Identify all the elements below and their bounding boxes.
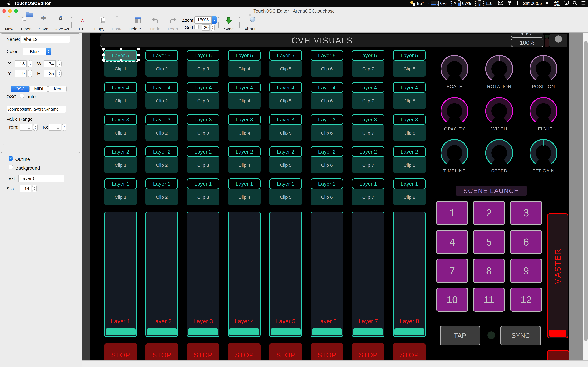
clip-button[interactable]: Clip 6 (311, 61, 343, 77)
stop-button-2[interactable]: STOP (146, 343, 178, 360)
scene-button-10[interactable]: 10 (436, 288, 468, 312)
knob-position[interactable] (529, 54, 558, 83)
clip-button[interactable]: Clip 8 (393, 189, 426, 205)
led-circle[interactable] (555, 35, 562, 42)
save-icon[interactable] (43, 17, 44, 20)
clip-button[interactable]: Clip 3 (187, 157, 219, 173)
layer-label-button[interactable]: Layer 4 (187, 82, 219, 93)
layer-label-button[interactable]: Layer 3 (393, 114, 426, 125)
w-stepper[interactable] (57, 60, 61, 67)
copy-button[interactable]: Copy (94, 27, 104, 32)
layer-label-button[interactable]: Layer 5 (393, 50, 426, 61)
layer-fader-2[interactable]: Layer 2 (146, 212, 178, 337)
spotlight-icon[interactable] (573, 1, 577, 6)
layer-label-button[interactable]: Layer 3 (146, 114, 178, 125)
vertical-scrollbar[interactable] (583, 33, 588, 360)
knob-fft-gain[interactable] (529, 138, 558, 167)
scene-button-7[interactable]: 7 (436, 259, 468, 283)
layer-label-button[interactable]: Layer 4 (228, 82, 261, 93)
stop-button-3[interactable]: STOP (187, 343, 219, 360)
knob-speed[interactable] (485, 138, 514, 167)
trackpad-icon[interactable] (498, 1, 503, 6)
clip-button[interactable]: Clip 7 (352, 61, 384, 77)
cut-icon[interactable]: ✂ (79, 16, 85, 23)
layer-label-button[interactable]: Layer 3 (269, 114, 302, 125)
layer-fader-6[interactable]: Layer 6 (311, 212, 343, 337)
layer-label-button[interactable]: Layer 5 (146, 50, 178, 61)
layer-label-button[interactable]: Layer 3 (311, 114, 343, 125)
layer-label-button[interactable]: Layer 2 (269, 146, 302, 157)
layer-label-button[interactable]: Layer 1 (311, 178, 343, 189)
size-stepper[interactable] (32, 185, 37, 192)
stop-button-4[interactable]: STOP (228, 343, 261, 360)
to-stepper[interactable] (62, 124, 67, 131)
layer-fader-5[interactable]: Layer 5 (269, 212, 302, 337)
y-stepper[interactable] (28, 70, 33, 77)
layer-label-button[interactable]: Layer 4 (311, 82, 343, 93)
clip-button[interactable]: Clip 5 (269, 125, 302, 141)
layer-label-button[interactable]: Layer 1 (104, 178, 137, 189)
layer-label-button[interactable]: Layer 3 (352, 114, 384, 125)
clip-button[interactable]: Clip 4 (228, 157, 261, 173)
cut-button[interactable]: Cut (79, 27, 86, 32)
layout-title-label[interactable]: CVH VISUALS (100, 34, 544, 47)
delete-button[interactable]: Delete (129, 27, 141, 32)
clip-button[interactable]: Clip 6 (311, 157, 343, 173)
h-field[interactable]: 25 (44, 70, 56, 77)
clip-button[interactable]: Clip 8 (393, 61, 426, 77)
outline-checkbox[interactable] (9, 156, 13, 161)
layer-label-button[interactable]: Layer 3 (187, 114, 219, 125)
y-field[interactable]: 9 (15, 70, 27, 77)
clip-button[interactable]: Clip 4 (228, 125, 261, 141)
gpu-item[interactable]: GPUA67% (450, 0, 471, 6)
list-icon[interactable] (581, 1, 586, 6)
clip-button[interactable]: Clip 7 (352, 157, 384, 173)
selection-handle[interactable] (103, 48, 105, 50)
layer-label-button[interactable]: Layer 2 (393, 146, 426, 157)
stop-button-8[interactable]: STOP (393, 343, 426, 360)
scene-button-2[interactable]: 2 (473, 201, 505, 225)
layer-label-button[interactable]: Layer 3 (228, 114, 261, 125)
h-stepper[interactable] (57, 70, 61, 77)
volume-icon[interactable] (545, 1, 550, 6)
size-field[interactable]: 14 (20, 185, 31, 192)
clip-button[interactable]: Clip 7 (352, 125, 384, 141)
knob-height[interactable] (529, 97, 558, 125)
layer-label-button[interactable]: Layer 1 (187, 178, 219, 189)
selection-handle[interactable] (137, 54, 140, 56)
clip-button[interactable]: Clip 5 (269, 93, 302, 109)
blackout-button[interactable]: BLACK (547, 350, 569, 360)
tap-button[interactable]: TAP (440, 326, 480, 345)
vertical-scrollbar-thumb[interactable] (584, 41, 588, 341)
clip-button[interactable]: Clip 3 (187, 125, 219, 141)
sync-icon[interactable] (225, 17, 232, 25)
clip-button[interactable]: Clip 3 (187, 93, 219, 109)
clip-button[interactable]: Clip 6 (311, 93, 343, 109)
scene-button-5[interactable]: 5 (473, 230, 505, 254)
layer-label-button[interactable]: Layer 1 (228, 178, 261, 189)
scene-button-1[interactable]: 1 (436, 201, 468, 225)
layer-label-button[interactable]: Layer 4 (393, 82, 426, 93)
tab-key[interactable]: Key (48, 86, 67, 92)
layer-label-button[interactable]: Layer 2 (228, 146, 261, 157)
clip-button[interactable]: Clip 1 (104, 189, 137, 205)
clip-button[interactable]: Clip 3 (187, 189, 219, 205)
name-field[interactable]: label12 (21, 36, 70, 43)
clip-button[interactable]: Clip 3 (187, 61, 219, 77)
clip-button[interactable]: Clip 2 (146, 61, 178, 77)
grid-checkbox[interactable] (194, 25, 199, 29)
to-field[interactable]: 1 (49, 124, 61, 131)
knob-rotation[interactable] (485, 54, 514, 83)
selection-handle[interactable] (137, 59, 140, 61)
selection-handle[interactable] (103, 54, 105, 56)
new-button[interactable]: New (5, 27, 13, 32)
layer-label-button[interactable]: Layer 4 (269, 82, 302, 93)
zoom-stepper[interactable] (212, 16, 217, 24)
open-button[interactable]: Open (21, 27, 32, 32)
percent-button[interactable]: 100% (511, 39, 543, 47)
clip-button[interactable]: Clip 1 (104, 157, 137, 173)
from-field[interactable]: 0 (20, 124, 32, 131)
menu-clock[interactable]: Sat 06:55 (523, 1, 542, 6)
horizontal-scrollbar[interactable] (82, 360, 588, 367)
selection-handle[interactable] (137, 48, 140, 50)
